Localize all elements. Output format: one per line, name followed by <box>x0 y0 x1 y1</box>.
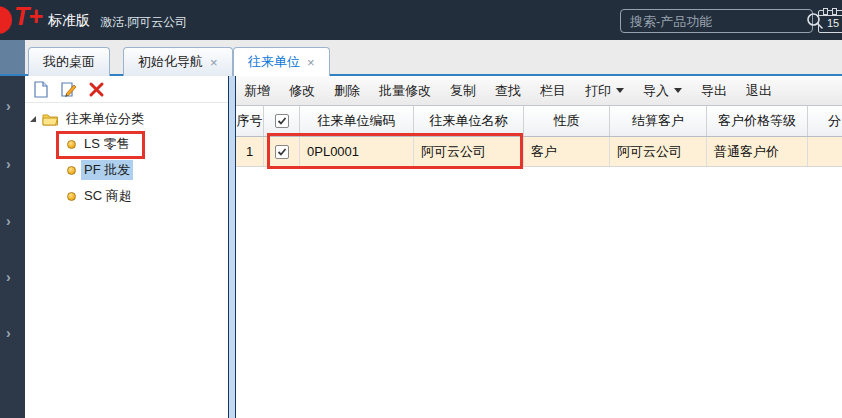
calendar-top <box>819 11 842 16</box>
new-category-icon[interactable] <box>32 81 49 98</box>
copy-button[interactable]: 复制 <box>450 82 476 100</box>
cell-nature: 客户 <box>524 137 610 166</box>
header-price-level: 客户价格等级 <box>707 106 808 136</box>
tab-business-partner[interactable]: 往来单位 × <box>233 47 330 76</box>
header-code: 往来单位编码 <box>300 106 414 136</box>
category-bullet-icon <box>67 166 76 175</box>
title-bar: T+ 标准版 激活.阿可云公司 15 <box>0 0 842 40</box>
search-input[interactable] <box>621 10 806 32</box>
panel-splitter[interactable] <box>228 76 236 418</box>
row-checkbox[interactable] <box>275 145 289 159</box>
table-header-row: 序号 往来单位编码 往来单位名称 性质 结算客户 客户价格等级 分 <box>236 106 842 137</box>
cell-checkbox <box>264 137 300 166</box>
find-button[interactable]: 查找 <box>495 82 521 100</box>
exit-button[interactable]: 退出 <box>746 82 772 100</box>
table-row[interactable]: 1 0PL0001 阿可云公司 客户 阿可云公司 普通客户价 <box>236 137 842 167</box>
cell-name: 阿可云公司 <box>414 137 524 166</box>
header-settlement-customer: 结算客户 <box>610 106 707 136</box>
chevron-right-icon[interactable]: › <box>6 98 20 114</box>
tree-item-sc-supermarket[interactable]: SC 商超 <box>25 183 228 209</box>
action-toolbar: 新增 修改 删除 批量修改 复制 查找 栏目 打印 导入 导出 退出 <box>236 76 842 106</box>
tree-item-ls-retail[interactable]: LS 零售 <box>25 131 228 157</box>
columns-button[interactable]: 栏目 <box>540 82 566 100</box>
new-button[interactable]: 新增 <box>244 82 270 100</box>
cell-code: 0PL0001 <box>300 137 414 166</box>
header-index: 序号 <box>236 106 264 136</box>
tab-my-desktop[interactable]: 我的桌面 <box>28 47 110 76</box>
header-nature: 性质 <box>524 106 610 136</box>
caret-down-icon <box>616 88 624 93</box>
tree-item-label: LS 零售 <box>81 134 133 154</box>
category-bullet-icon <box>67 192 76 201</box>
select-all-checkbox[interactable] <box>275 114 289 128</box>
chevron-right-icon[interactable]: › <box>6 213 20 229</box>
nav-corner-block <box>0 40 25 76</box>
partner-list-panel: 新增 修改 删除 批量修改 复制 查找 栏目 打印 导入 导出 退出 序号 往来… <box>236 76 842 418</box>
tree-item-label: SC 商超 <box>81 186 135 206</box>
category-bullet-icon <box>67 140 76 149</box>
tree-root-label: 往来单位分类 <box>63 109 147 129</box>
app-window: T+ 标准版 激活.阿可云公司 15 我的桌面 初始化导航 × 往来单位 × <box>0 0 842 418</box>
chevron-right-icon[interactable]: › <box>6 269 20 285</box>
calendar-icon[interactable]: 15 <box>818 10 842 33</box>
delete-category-icon[interactable] <box>88 81 105 98</box>
tab-label: 往来单位 <box>248 53 300 71</box>
export-button[interactable]: 导出 <box>701 82 727 100</box>
folder-icon <box>42 112 59 126</box>
close-icon[interactable]: × <box>307 56 315 69</box>
tree-toolbar <box>25 76 228 103</box>
header-select-all <box>264 106 300 136</box>
tree-item-pf-wholesale[interactable]: PF 批发 <box>25 157 228 183</box>
chevron-right-icon[interactable]: › <box>6 156 20 172</box>
tree-item-label: PF 批发 <box>81 160 133 180</box>
tree-root-node[interactable]: 往来单位分类 <box>25 107 228 131</box>
close-icon[interactable]: × <box>210 56 218 69</box>
import-dropdown-button[interactable]: 导入 <box>643 82 682 100</box>
collapsed-nav-strip: › › › › › <box>0 76 25 418</box>
classification-tree: 往来单位分类 LS 零售 PF 批发 SC 商超 <box>25 103 228 209</box>
tab-init-navigation[interactable]: 初始化导航 × <box>123 47 233 76</box>
header-name: 往来单位名称 <box>414 106 524 136</box>
tab-label: 我的桌面 <box>43 53 95 71</box>
calendar-day: 15 <box>819 17 842 29</box>
caret-down-icon <box>674 88 682 93</box>
edit-category-icon[interactable] <box>60 81 77 98</box>
modify-button[interactable]: 修改 <box>289 82 315 100</box>
cell-settlement-customer: 阿可云公司 <box>610 137 707 166</box>
print-dropdown-button[interactable]: 打印 <box>585 82 624 100</box>
edition-label: 标准版 <box>48 12 90 30</box>
tab-bar: 我的桌面 初始化导航 × 往来单位 × <box>0 40 842 76</box>
header-category-clipped: 分 <box>808 106 842 136</box>
tab-label: 初始化导航 <box>138 53 203 71</box>
cell-price-level: 普通客户价 <box>707 137 808 166</box>
cell-category <box>808 137 842 166</box>
tplus-logo: T+ <box>14 2 42 31</box>
brand-logo-icon <box>0 6 12 34</box>
delete-button[interactable]: 删除 <box>334 82 360 100</box>
activation-status: 激活.阿可云公司 <box>100 14 187 31</box>
product-search-box <box>620 9 813 33</box>
batch-modify-button[interactable]: 批量修改 <box>379 82 431 100</box>
cell-index: 1 <box>236 137 264 166</box>
classification-panel: 往来单位分类 LS 零售 PF 批发 SC 商超 <box>25 76 228 418</box>
chevron-right-icon[interactable]: › <box>6 325 20 341</box>
tree-expander-icon[interactable] <box>30 116 36 122</box>
